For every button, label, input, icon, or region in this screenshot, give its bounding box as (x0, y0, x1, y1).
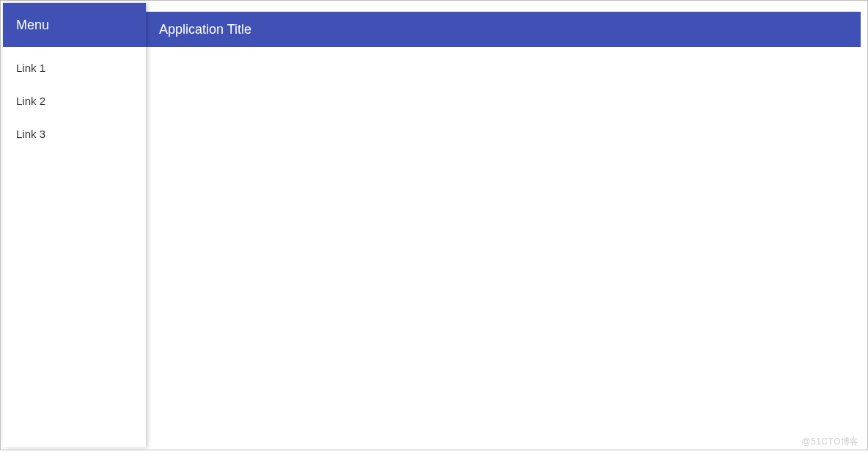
drawer-link-1[interactable]: Link 1 (3, 51, 146, 84)
app-frame: Application Title Menu Link 1 Link 2 Lin… (0, 0, 868, 450)
drawer-link-2[interactable]: Link 2 (3, 84, 146, 117)
drawer-link-3[interactable]: Link 3 (3, 117, 146, 150)
app-inner: Application Title Menu Link 1 Link 2 Lin… (3, 3, 865, 447)
app-header: Application Title (146, 12, 861, 47)
app-title: Application Title (159, 22, 251, 37)
side-drawer: Menu Link 1 Link 2 Link 3 (3, 3, 146, 447)
drawer-links: Link 1 Link 2 Link 3 (3, 47, 146, 150)
drawer-title: Menu (3, 3, 146, 47)
watermark-text: @51CTO博客 (801, 436, 859, 448)
